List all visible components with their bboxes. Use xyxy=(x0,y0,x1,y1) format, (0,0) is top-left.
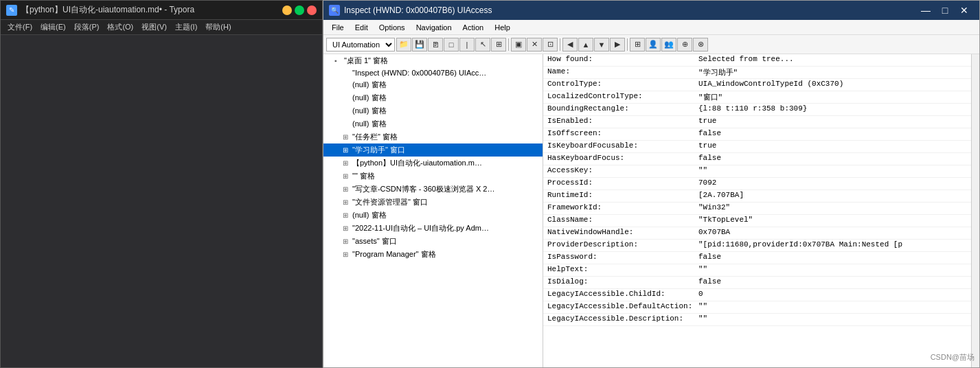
menu-edit[interactable]: 编辑(E) xyxy=(36,21,70,34)
tree-item-null-1[interactable]: (null) 窗格 xyxy=(323,78,543,91)
prop-iskeyboardfocusable: IsKeyboardFocusable: true xyxy=(543,141,971,153)
prop-name-how-found: How found: xyxy=(547,55,698,65)
menu-view[interactable]: 视图(V) xyxy=(137,21,171,34)
menu-help[interactable]: 帮助(H) xyxy=(201,21,235,34)
prop-name-nativewindowhandle: NativeWindowHandle: xyxy=(547,228,698,238)
tree-item-empty[interactable]: ⊞ "" 窗格 xyxy=(323,170,543,183)
maximize-button[interactable] xyxy=(295,5,304,15)
expand-icon: ▪ xyxy=(334,57,343,65)
prop-name-localizedcontroltype: LocalizedControlType: xyxy=(547,92,698,102)
prop-name-ispassword: IsPassword: xyxy=(547,253,698,263)
prop-val-classname: "TkTopLevel" xyxy=(698,216,967,226)
tree-item-null-5[interactable]: ⊞ (null) 窗格 xyxy=(323,209,543,222)
prop-val-processid: 7092 xyxy=(698,179,967,189)
tree-item-learning[interactable]: ⊞ "学习助手" 窗口 xyxy=(323,143,543,157)
toolbar-btn-6[interactable]: ⊞ xyxy=(491,38,506,51)
menu-format[interactable]: 格式(O) xyxy=(103,21,137,34)
typora-title: 【python】UI自动化-uiautomation.md• - Typora xyxy=(21,4,282,16)
prop-name-iskeyboardfocusable: IsKeyboardFocusable: xyxy=(547,141,698,152)
toolbar-cursor-btn[interactable]: ↖ xyxy=(475,38,490,51)
prop-accesskey: AccessKey: "" xyxy=(543,165,971,178)
menu-paragraph[interactable]: 段落(P) xyxy=(70,21,104,34)
tree-item-null-4[interactable]: (null) 窗格 xyxy=(323,117,543,130)
typora-menubar: 文件(F) 编辑(E) 段落(P) 格式(O) 视图(V) 主题(I) 帮助(H… xyxy=(1,20,322,35)
tree-item-blog[interactable]: ⊞ "写文章-CSDN博客 - 360极速浏览器 X 2… xyxy=(323,183,543,196)
toolbar-btn-left[interactable]: ◀ xyxy=(562,38,578,51)
prop-processid: ProcessId: 7092 xyxy=(543,178,971,190)
prop-name-boundingrectangle: BoundingRectangle: xyxy=(547,104,698,115)
menu-file[interactable]: 文件(F) xyxy=(3,21,36,34)
toolbar-btn-1[interactable]: 📁 xyxy=(396,38,411,51)
inspect-icon: 🔍 xyxy=(329,5,340,16)
tree-item-null-3[interactable]: (null) 窗格 xyxy=(323,104,543,117)
prop-classname: ClassName: "TkTopLevel" xyxy=(543,215,971,227)
tree-item-assets[interactable]: ⊞ "assets" 窗口 xyxy=(323,235,543,248)
expand-icon-9: ⊞ xyxy=(343,159,351,167)
toolbar-btn-4[interactable]: □ xyxy=(444,38,459,51)
prop-val-iskeyboardfocusable: true xyxy=(698,141,967,152)
expand-icon-10: ⊞ xyxy=(343,172,351,180)
toolbar-btn-x[interactable]: ✕ xyxy=(527,38,542,51)
toolbar-btn-13[interactable]: ⊗ xyxy=(693,38,708,51)
prop-legacydefaultaction: LegacyIAccessible.DefaultAction: "" xyxy=(543,301,971,314)
minimize-button[interactable] xyxy=(282,5,292,15)
prop-name-haskeyboardfocus: HasKeyboardFocus: xyxy=(547,154,698,164)
tree-item-null-2[interactable]: (null) 窗格 xyxy=(323,91,543,104)
toolbar-btn-3[interactable]: 🖹 xyxy=(428,38,443,51)
expand-icon-15: ⊞ xyxy=(343,238,351,245)
menu-inspect-action[interactable]: Action xyxy=(457,22,490,33)
menu-inspect-file[interactable]: File xyxy=(326,22,350,33)
prop-val-legacydefaultaction: "" xyxy=(698,302,967,312)
inspect-restore-button[interactable]: □ xyxy=(935,1,955,20)
toolbar-btn-12[interactable]: ⊕ xyxy=(677,38,692,51)
toolbar-btn-11[interactable]: 👥 xyxy=(661,38,676,51)
inspect-menubar: File Edit Options Navigation Action Help xyxy=(323,20,979,35)
menu-inspect-edit[interactable]: Edit xyxy=(350,22,374,33)
close-button[interactable] xyxy=(307,5,317,15)
prop-val-ispassword: false xyxy=(698,253,967,263)
prop-val-runtimeid: [2A.707BA] xyxy=(698,191,967,201)
tree-item-program-manager[interactable]: ⊞ "Program Manager" 窗格 xyxy=(323,248,543,261)
inspect-minimize-button[interactable]: — xyxy=(916,1,935,20)
prop-isdialog: IsDialog: false xyxy=(543,277,971,289)
toolbar-btn-up[interactable]: ▲ xyxy=(578,38,593,51)
prop-ispassword: IsPassword: false xyxy=(543,252,971,264)
prop-localizedcontroltype: LocalizedControlType: "窗口" xyxy=(543,91,971,104)
menu-inspect-navigation[interactable]: Navigation xyxy=(411,22,457,33)
tree-item-taskbar[interactable]: ⊞ "任务栏" 窗格 xyxy=(323,130,543,143)
props-scrollbar[interactable] xyxy=(971,54,979,367)
prop-val-localizedcontroltype: "窗口" xyxy=(698,92,967,102)
toolbar-btn-10[interactable]: 👤 xyxy=(646,38,661,51)
toolbar-btn-right[interactable]: ▶ xyxy=(610,38,625,51)
inspect-titlebar: 🔍 Inspect (HWND: 0x000407B6) UIAccess — … xyxy=(323,1,979,20)
prop-name-legacydefaultaction: LegacyIAccessible.DefaultAction: xyxy=(547,302,698,312)
prop-val-legacydescription: "" xyxy=(698,314,967,325)
toolbar-btn-2[interactable]: 💾 xyxy=(412,38,427,51)
menu-inspect-options[interactable]: Options xyxy=(374,22,411,33)
prop-val-boundingrectangle: {l:88 t:110 r:358 b:309} xyxy=(698,104,967,115)
tree-item-explorer[interactable]: ⊞ "文件资源管理器" 窗口 xyxy=(323,196,543,209)
menu-theme[interactable]: 主题(I) xyxy=(171,21,201,34)
tree-item-desktop[interactable]: ▪ "桌面 1" 窗格 xyxy=(323,54,543,67)
tree-item-inspect[interactable]: "Inspect (HWND: 0x000407B6) UIAcc… xyxy=(323,67,543,78)
prop-how-found: How found: Selected from tree... xyxy=(543,54,971,67)
watermark: CSDN@苗场 xyxy=(931,352,975,363)
toolbar-btn-5[interactable]: | xyxy=(459,38,475,51)
inspect-close-button[interactable]: ✕ xyxy=(955,1,974,20)
prop-name: Name: "学习助手" xyxy=(543,67,971,79)
toolbar-sep-1 xyxy=(508,38,509,51)
menu-inspect-help[interactable]: Help xyxy=(489,22,516,33)
prop-name-helptext: HelpText: xyxy=(547,265,698,275)
prop-frameworkid: FrameworkId: "Win32" xyxy=(543,203,971,215)
tree-item-2022[interactable]: ⊞ "2022-11-UI自动化 – UI自动化.py Adm… xyxy=(323,222,543,235)
toolbar-btn-9[interactable]: ⊞ xyxy=(630,38,645,51)
prop-controltype: ControlType: UIA_WindowControlTypeId (0x… xyxy=(543,79,971,91)
tree-item-python[interactable]: ⊞ 【python】UI自动化-uiautomation.m… xyxy=(323,157,543,170)
toolbar-btn-down[interactable]: ▼ xyxy=(594,38,609,51)
prop-val-isoffscreen: false xyxy=(698,129,967,139)
automation-dropdown[interactable]: UI Automation xyxy=(326,38,395,51)
toolbar-btn-8[interactable]: ⊡ xyxy=(543,38,558,51)
expand-icon-14: ⊞ xyxy=(343,225,351,232)
toolbar-btn-7[interactable]: ▣ xyxy=(511,38,526,51)
inspect-window: 🔍 Inspect (HWND: 0x000407B6) UIAccess — … xyxy=(323,0,980,368)
